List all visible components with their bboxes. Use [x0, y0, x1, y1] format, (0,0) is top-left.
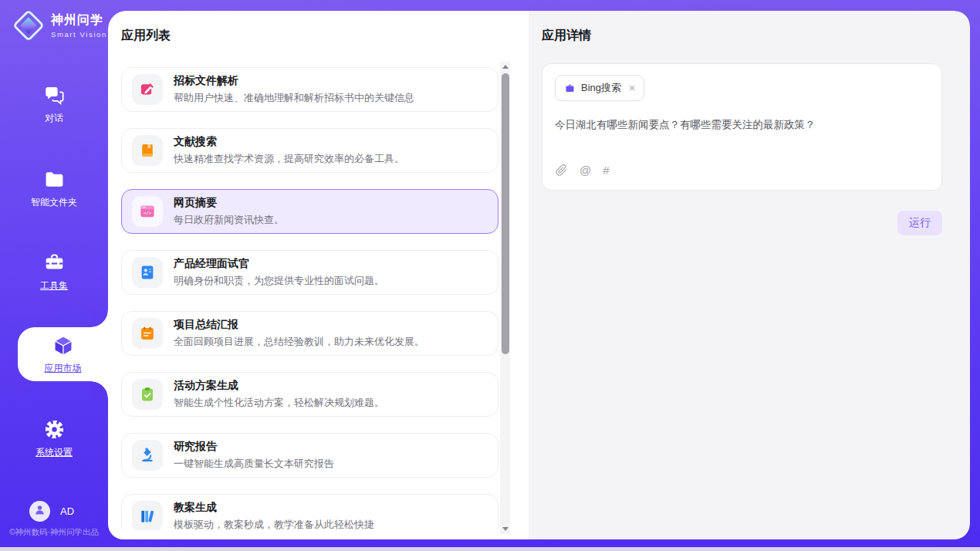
sidebar-item-settings[interactable]: 系统设置	[0, 419, 108, 459]
user-initials: AD	[60, 505, 74, 517]
app-description: 明确身份和职责，为您提供专业性的面试问题。	[174, 274, 384, 288]
scrollbar-up-button[interactable]	[500, 62, 510, 73]
mention-icon[interactable]: @	[580, 164, 591, 177]
brand-logo: 神州问学 Smart Vision	[12, 9, 107, 42]
run-row: 运行	[542, 211, 942, 235]
app-description: 模板驱动，教案秒成，教学准备从此轻松快捷	[174, 518, 374, 530]
app-name: 文献搜索	[174, 135, 404, 149]
tool-tag-label: Bing搜索	[581, 81, 621, 95]
app-name: 项目总结汇报	[174, 318, 424, 332]
sidebar-item-label: 工具集	[0, 279, 108, 292]
app-description: 帮助用户快速、准确地理解和解析招标书中的关键信息	[174, 91, 414, 105]
sidebar-item-label: 智能文件夹	[0, 196, 108, 209]
sidebar-item-label: 系统设置	[0, 446, 108, 459]
diamond-logo-icon	[12, 9, 45, 42]
app-description: 一键智能生成高质量长文本研究报告	[174, 457, 334, 471]
scrollbar[interactable]	[500, 62, 510, 534]
app-list: 招标文件解析帮助用户快速、准确地理解和解析招标书中的关键信息文献搜索快速精准查找…	[121, 67, 498, 530]
interview-resume-icon	[132, 257, 163, 288]
app-name: 教案生成	[174, 501, 374, 515]
app-list-panel: 应用列表 招标文件解析帮助用户快速、准确地理解和解析招标书中的关键信息文献搜索快…	[108, 11, 529, 539]
app-description: 每日政府新闻资讯快查。	[174, 213, 284, 227]
svg-text:</>: </>	[144, 211, 152, 215]
app-card-2[interactable]: 文献搜索快速精准查找学术资源，提高研究效率的必备工具。	[121, 128, 498, 173]
scrollbar-thumb[interactable]	[502, 73, 509, 354]
gear-icon	[44, 429, 65, 442]
main-content: 应用列表 招标文件解析帮助用户快速、准确地理解和解析招标书中的关键信息文献搜索快…	[108, 11, 970, 539]
research-microscope-icon	[132, 440, 163, 471]
brand-tagline: Smart Vision	[51, 30, 107, 39]
tool-tag[interactable]: Bing搜索 ×	[555, 75, 644, 101]
app-card-7[interactable]: 研究报告一键智能生成高质量长文本研究报告	[121, 433, 498, 478]
app-detail-title: 应用详情	[542, 28, 942, 44]
toolbox-icon	[44, 262, 65, 276]
sidebar-item-chat[interactable]: 对话	[0, 85, 108, 125]
app-description: 全面回顾项目进展，总结经验教训，助力未来优化发展。	[174, 335, 424, 349]
prompt-input[interactable]: Bing搜索 × 今日湖北有哪些新闻要点？有哪些需要关注的最新政策？ @#	[542, 63, 942, 191]
app-card-5[interactable]: 项目总结汇报全面回顾项目进展，总结经验教训，助力未来优化发展。	[121, 311, 498, 356]
sidebar: 神州问学 Smart Vision 对话智能文件夹工具集应用市场系统设置 AD …	[0, 0, 108, 551]
sidebar-item-toolset[interactable]: 工具集	[0, 252, 108, 292]
paperclip-icon[interactable]	[555, 164, 568, 177]
briefcase-icon	[564, 83, 576, 94]
project-calendar-icon	[132, 318, 163, 349]
app-card-6[interactable]: 活动方案生成智能生成个性化活动方案，轻松解决规划难题。	[121, 372, 498, 417]
user-menu[interactable]: AD	[29, 501, 74, 522]
app-name: 产品经理面试官	[174, 257, 384, 271]
remove-tool-icon[interactable]: ×	[629, 83, 635, 93]
app-card-8[interactable]: 教案生成模板驱动，教案秒成，教学准备从此轻松快捷	[121, 494, 498, 530]
app-card-3[interactable]: </>网页摘要每日政府新闻资讯快查。	[121, 189, 498, 234]
bid-document-icon	[132, 74, 163, 105]
literature-book-icon	[132, 135, 163, 166]
app-description: 智能生成个性化活动方案，轻松解决规划难题。	[174, 396, 384, 410]
folder-icon	[44, 179, 65, 192]
window-edge	[0, 547, 980, 551]
lesson-books-icon	[132, 501, 163, 530]
prompt-text[interactable]: 今日湖北有哪些新闻要点？有哪些需要关注的最新政策？	[555, 118, 929, 132]
app-name: 网页摘要	[174, 196, 284, 210]
webpage-code-icon: </>	[132, 196, 163, 227]
app-name: 研究报告	[174, 440, 334, 454]
app-card-4[interactable]: 产品经理面试官明确身份和职责，为您提供专业性的面试问题。	[121, 250, 498, 295]
app-detail-panel: 应用详情 Bing搜索 × 今日湖北有哪些新闻要点？有哪些需要关注的最新政策？ …	[529, 11, 970, 539]
app-name: 招标文件解析	[174, 74, 414, 88]
app-window: 神州问学 Smart Vision 对话智能文件夹工具集应用市场系统设置 AD …	[0, 0, 980, 551]
sidebar-item-smart-folder[interactable]: 智能文件夹	[0, 169, 108, 209]
run-button[interactable]: 运行	[897, 211, 942, 235]
sidebar-item-label: 应用市场	[45, 362, 82, 375]
app-card-1[interactable]: 招标文件解析帮助用户快速、准确地理解和解析招标书中的关键信息	[121, 67, 498, 112]
app-description: 快速精准查找学术资源，提高研究效率的必备工具。	[174, 152, 404, 166]
brand-name: 神州问学	[51, 12, 107, 29]
sidebar-item-label: 对话	[0, 112, 108, 125]
cube-icon	[52, 334, 75, 360]
app-name: 活动方案生成	[174, 379, 384, 393]
copyright-text: ©神州数码·神州问学出品	[0, 527, 108, 538]
composer-toolbar: @#	[555, 164, 929, 179]
scrollbar-down-button[interactable]	[500, 523, 510, 534]
avatar	[29, 501, 50, 522]
sidebar-item-app-market[interactable]: 应用市场	[18, 327, 108, 381]
user-avatar-icon	[33, 503, 46, 519]
activity-clipboard-icon	[132, 379, 163, 410]
app-list-title: 应用列表	[121, 28, 529, 44]
hash-icon[interactable]: #	[603, 164, 609, 177]
chat-icon	[44, 95, 65, 108]
